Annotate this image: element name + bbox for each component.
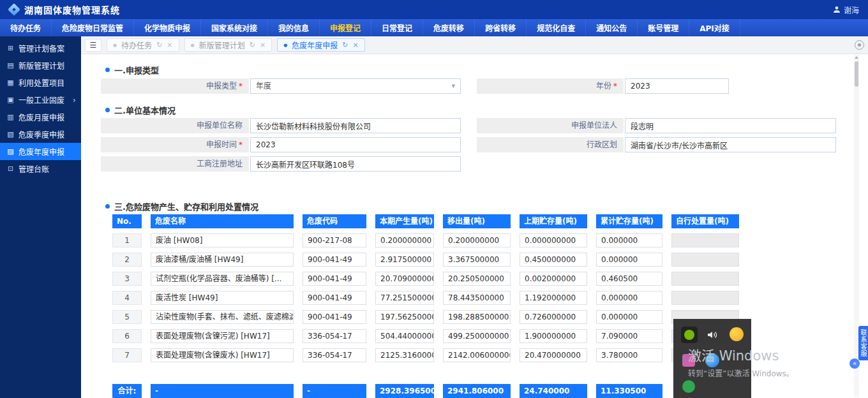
unit-name-input[interactable] xyxy=(250,118,461,133)
volume-tray-icon[interactable] xyxy=(706,328,719,341)
region-input[interactable] xyxy=(625,137,836,152)
prev-storage-cell[interactable]: 0.726000000 xyxy=(520,310,587,324)
prev-storage-cell[interactable]: 0.000000000 xyxy=(520,233,587,247)
waste-code-cell[interactable]: 900-041-49 xyxy=(303,272,366,286)
prev-storage-cell[interactable]: 1.900000000 xyxy=(520,329,587,343)
moved-amount-cell[interactable]: 0.200000000 xyxy=(443,233,511,247)
user-icon xyxy=(833,6,841,13)
waste-name-cell[interactable]: 废油漆桶/废油桶 [HW49] xyxy=(151,253,294,267)
scroll-up-icon[interactable] xyxy=(854,55,859,60)
produced-amount-cell[interactable]: 2125.316000000 xyxy=(375,348,434,362)
produced-amount-cell[interactable]: 2.917500000 xyxy=(375,253,434,267)
moved-amount-cell[interactable]: 20.250500000 xyxy=(443,272,511,286)
produced-amount-cell[interactable]: 20.709000000 xyxy=(375,272,434,286)
prev-storage-cell[interactable]: 20.470000000 xyxy=(520,348,587,362)
nav-item[interactable]: 规范化自查 xyxy=(527,19,586,36)
declare-time-input[interactable] xyxy=(250,137,461,152)
declare-type-select[interactable]: 年度 ▾ xyxy=(250,78,461,94)
contact-support-button[interactable]: 联系客服 xyxy=(858,326,868,360)
waste-code-cell[interactable]: 336-054-17 xyxy=(303,348,366,362)
waste-name-cell[interactable]: 沾染性废物(手套、抹布、滤纸、废滤棉滤网... xyxy=(151,310,294,324)
waste-code-cell[interactable]: 900-217-08 xyxy=(303,233,366,247)
waste-name-cell[interactable]: 表面处理废物(含镍污泥) [HW17] xyxy=(151,329,294,343)
waste-name-cell[interactable]: 试剂空瓶(化学品容器、废油桶等) [... xyxy=(151,272,294,286)
waste-table-header-cell: 移出量(吨) xyxy=(443,214,511,228)
cum-storage-cell[interactable]: 0.000000 xyxy=(596,253,662,267)
waste-name-cell[interactable]: 废油 [HW08] xyxy=(151,233,294,247)
waste-code-cell[interactable]: 336-054-17 xyxy=(303,329,366,343)
tab-refresh-icon[interactable]: ↻ xyxy=(156,41,162,49)
tab-close-icon[interactable]: × xyxy=(260,41,266,49)
moved-amount-cell[interactable]: 499.250000000 xyxy=(443,329,511,343)
moved-amount-cell[interactable]: 78.443500000 xyxy=(443,291,511,305)
sidebar-item[interactable]: ⊡ 管理台账 xyxy=(0,160,81,177)
nav-item[interactable]: 化学物质申报 xyxy=(134,19,201,36)
cum-storage-cell[interactable]: 3.780000 xyxy=(596,348,662,362)
self-disposal-cell xyxy=(671,253,739,267)
target-icon[interactable] xyxy=(855,40,864,50)
sidebar-item[interactable]: ⊞ 管理计划备案 xyxy=(0,40,81,57)
sidebar-item[interactable]: ▤ 新版管理计划 xyxy=(0,57,81,74)
legal-person-input[interactable] xyxy=(625,118,836,133)
utility-tray-icon[interactable] xyxy=(682,354,695,367)
address-input[interactable] xyxy=(250,156,461,172)
tab[interactable]: ● 待办任务 ↻ × xyxy=(107,38,179,52)
collapse-panel-button[interactable]: « xyxy=(849,358,860,369)
browser-tray-icon[interactable] xyxy=(705,353,719,367)
nav-item-label: 规范化自查 xyxy=(537,22,575,33)
cum-storage-cell[interactable]: 0.000000 xyxy=(596,291,662,305)
sidebar-item[interactable]: ▧ 危废季度申报 xyxy=(0,126,81,143)
waste-code-cell[interactable]: 900-041-49 xyxy=(303,310,366,324)
moved-amount-cell[interactable]: 198.288500000 xyxy=(443,310,511,324)
search-tool-tray-icon[interactable] xyxy=(682,380,695,393)
waste-name-cell[interactable]: 废活性炭 [HW49] xyxy=(151,291,294,305)
waste-name-cell[interactable]: 表面处理废物(含镍废水) [HW17] xyxy=(151,348,294,362)
nvidia-tray-icon[interactable] xyxy=(681,327,698,343)
waste-code-cell[interactable]: 900-041-49 xyxy=(303,253,366,267)
nav-item[interactable]: 危险废物日常监管 xyxy=(52,19,134,36)
produced-amount-cell[interactable]: 0.200000000 xyxy=(375,233,434,247)
nav-item[interactable]: 账号管理 xyxy=(638,19,689,36)
cum-storage-cell[interactable]: 0.000000 xyxy=(596,233,662,247)
nav-item[interactable]: 通知公告 xyxy=(586,19,638,36)
sidebar-item[interactable]: ▣ 一般工业固废 › xyxy=(0,91,81,108)
waste-table-header-cell: 上期贮存量(吨) xyxy=(520,214,587,228)
waste-code-cell[interactable]: 900-041-49 xyxy=(303,291,366,305)
tab[interactable]: ● 新版管理计划 ↻ × xyxy=(184,38,273,52)
prev-storage-cell[interactable]: 1.192000000 xyxy=(520,291,587,305)
produced-amount-cell[interactable]: 197.562500000 xyxy=(375,310,434,324)
prev-storage-cell[interactable]: 0.450000000 xyxy=(520,253,587,267)
hamburger-menu-icon[interactable]: ☰ xyxy=(85,39,101,52)
nav-item[interactable]: 待办任务 xyxy=(0,19,52,36)
produced-amount-cell[interactable]: 504.440000000 xyxy=(375,329,434,343)
nav-item[interactable]: 危废转移 xyxy=(423,19,475,36)
sidebar: ⊞ 管理计划备案 ▤ 新版管理计划 ▦ 利用处置项目 ▣ 一般工业固废 › ▥ … xyxy=(0,36,81,398)
moved-amount-cell[interactable]: 3.367500000 xyxy=(443,253,511,267)
cum-storage-cell[interactable]: 0.000000 xyxy=(596,310,662,324)
tab-refresh-icon[interactable]: ↻ xyxy=(342,41,348,49)
sidebar-item[interactable]: ▦ 利用处置项目 xyxy=(0,74,81,91)
sidebar-item[interactable]: ▥ 危废月度申报 xyxy=(0,108,81,126)
prev-storage-cell[interactable]: 0.002000000 xyxy=(520,272,587,286)
nav-item[interactable]: 我的信息 xyxy=(268,19,320,36)
nav-item-label: API对接 xyxy=(700,22,730,33)
produced-amount-cell[interactable]: 77.251500000 xyxy=(375,291,434,305)
moved-amount-cell[interactable]: 2142.006000000 xyxy=(443,348,511,362)
tab-refresh-icon[interactable]: ↻ xyxy=(250,41,255,49)
user-menu[interactable]: 谢海 xyxy=(833,4,859,15)
declare-type-label: 申报类型* xyxy=(101,78,249,94)
nav-item[interactable]: API对接 xyxy=(689,19,740,36)
tab[interactable]: ● 危废年度申报 ↻ × xyxy=(277,38,365,52)
nav-item[interactable]: 日常登记 xyxy=(371,19,423,36)
sync-tray-icon[interactable] xyxy=(730,327,744,341)
cum-storage-cell[interactable]: 7.090000 xyxy=(596,329,662,343)
sidebar-item[interactable]: ▨ 危废年度申报 xyxy=(0,143,81,160)
year-input[interactable] xyxy=(625,78,729,94)
tab-close-icon[interactable]: × xyxy=(352,41,358,49)
nav-item[interactable]: 申报登记 xyxy=(320,19,371,36)
scrollbar-thumb[interactable] xyxy=(855,61,858,87)
nav-item[interactable]: 跨省转移 xyxy=(475,19,527,36)
nav-item[interactable]: 国家系统对接 xyxy=(201,19,268,36)
cum-storage-cell[interactable]: 0.460500 xyxy=(596,272,662,286)
tab-close-icon[interactable]: × xyxy=(167,41,172,49)
